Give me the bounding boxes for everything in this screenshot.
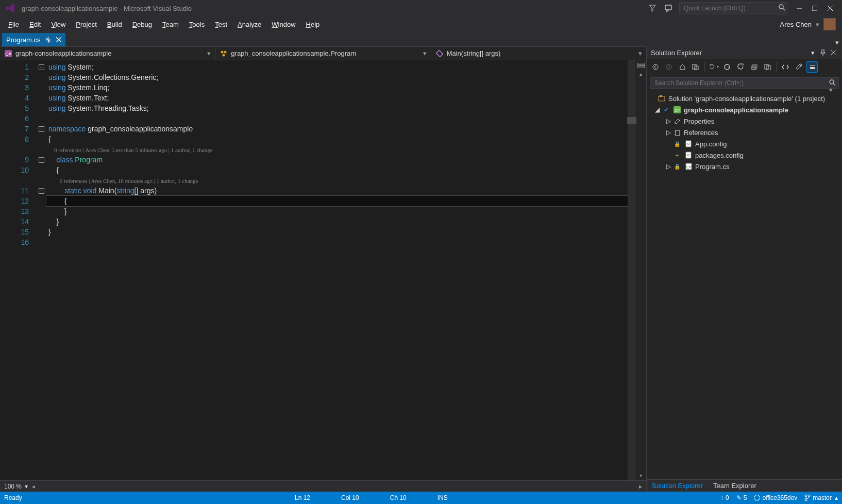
svg-text:C#: C# (5, 52, 11, 57)
references-node[interactable]: ▷ References (647, 127, 842, 138)
forward-icon[interactable] (663, 61, 675, 73)
refresh-icon[interactable] (735, 61, 746, 73)
fold-column: −−−− (36, 60, 46, 480)
quick-launch-input[interactable] (679, 2, 787, 14)
close-icon[interactable] (829, 48, 838, 57)
nav-method-dropdown[interactable]: Main(string[] args) ▾ (431, 47, 646, 60)
zoom-dropdown[interactable]: 100 % ▾ (4, 483, 28, 490)
minimize-button[interactable] (792, 2, 807, 14)
chevron-down-icon: ▾ (816, 21, 819, 28)
home-icon[interactable] (677, 61, 688, 73)
panel-options-chevron-icon[interactable]: ▾ (808, 48, 817, 57)
nav-class-dropdown[interactable]: graph_consoleapplicationsample.Program ▾ (215, 47, 431, 60)
back-icon[interactable] (650, 61, 661, 73)
menu-test[interactable]: Test (210, 19, 232, 30)
feedback-icon[interactable] (663, 2, 675, 14)
project-label: graph-consoleapplicationsample (684, 106, 788, 114)
show-all-files-icon[interactable] (762, 61, 773, 73)
pin-icon[interactable] (818, 48, 828, 57)
menu-debug[interactable]: Debug (127, 19, 157, 30)
nav-class-label: graph_consoleapplicationsample.Program (231, 49, 356, 57)
properties-node[interactable]: ▷ Properties (647, 115, 842, 127)
pin-icon[interactable] (45, 37, 51, 43)
properties-label: Properties (684, 117, 714, 125)
packagesconfig-node[interactable]: + packages.config (647, 149, 842, 161)
maximize-button[interactable] (807, 2, 822, 14)
collapse-icon[interactable]: ◢ (653, 106, 661, 113)
fold-toggle[interactable]: − (39, 126, 44, 132)
fold-toggle[interactable]: − (39, 157, 44, 163)
csharp-file-icon: C# (684, 162, 693, 171)
menu-build[interactable]: Build (102, 19, 127, 30)
view-code-icon[interactable] (780, 61, 791, 73)
repository-button[interactable]: office365dev (754, 494, 797, 501)
line-number-gutter: 12345678910111213141516 (0, 60, 36, 480)
signed-in-user[interactable]: Ares Chen ▾ (777, 18, 839, 30)
publish-button[interactable]: ↑ 0 (720, 494, 729, 501)
sync-icon[interactable] (721, 61, 733, 73)
notifications-filter-icon[interactable] (646, 2, 659, 14)
split-horizontal-icon[interactable] (636, 61, 646, 70)
branch-button[interactable]: master ▴ (804, 494, 838, 501)
tab-solution-explorer[interactable]: Solution Explorer (647, 480, 708, 491)
user-avatar-icon[interactable] (823, 18, 836, 30)
expand-icon[interactable]: ▷ (664, 129, 672, 136)
solution-node[interactable]: Solution 'graph-consoleapplicationsample… (647, 93, 842, 104)
scroll-left-icon[interactable]: ◂ (32, 483, 35, 490)
search-icon[interactable]: ▾ (829, 79, 836, 94)
search-icon[interactable] (778, 4, 785, 11)
status-ins: INS (437, 494, 448, 501)
svg-point-34 (830, 80, 834, 84)
menu-view[interactable]: View (46, 19, 71, 30)
scroll-thumb[interactable] (627, 117, 636, 124)
pending-changes-button[interactable]: ✎ 5 (736, 494, 747, 501)
pending-count: 5 (744, 494, 747, 501)
menu-window[interactable]: Window (266, 19, 300, 30)
close-button[interactable] (822, 2, 838, 14)
expand-icon[interactable]: ▷ (664, 163, 672, 170)
expand-icon[interactable]: ▷ (664, 117, 672, 125)
svg-rect-4 (812, 6, 817, 11)
svg-point-14 (221, 51, 224, 53)
appconfig-node[interactable]: 🔒 App.config (647, 138, 842, 149)
menu-edit[interactable]: Edit (24, 19, 46, 30)
code-text[interactable]: using System;using System.Collections.Ge… (46, 60, 628, 480)
tab-overflow-chevron-icon[interactable]: ▾ (835, 39, 839, 46)
scroll-down-icon[interactable]: ▾ (636, 471, 646, 479)
git-status-icon: ✔ (661, 106, 670, 114)
fold-toggle[interactable]: − (39, 64, 44, 70)
navigation-bar: C# graph-consoleapplicationsample ▾ grap… (0, 47, 646, 60)
scroll-overview[interactable] (628, 60, 635, 480)
fold-toggle[interactable]: − (39, 188, 44, 194)
close-icon[interactable] (56, 37, 61, 42)
tab-program-cs[interactable]: Program.cs (2, 33, 65, 46)
svg-text:C#: C# (686, 165, 691, 169)
programcs-node[interactable]: ▷ 🔒 C# Program.cs (647, 161, 842, 172)
menu-project[interactable]: Project (71, 19, 102, 30)
zoom-level: 100 % (4, 483, 22, 490)
scroll-up-icon[interactable]: ▴ (636, 70, 646, 78)
side-tab-strip: Solution Explorer Team Explorer (647, 479, 842, 492)
project-node[interactable]: ◢ ✔ C# graph-consoleapplicationsample (647, 104, 842, 115)
code-area[interactable]: 12345678910111213141516 −−−− using Syste… (0, 60, 646, 480)
chevron-up-icon: ▴ (835, 494, 838, 501)
menu-team[interactable]: Team (157, 19, 184, 30)
chevron-down-icon: ▾ (25, 483, 28, 490)
svg-rect-32 (810, 67, 815, 69)
document-tabstrip: Program.cs ▾ (0, 32, 842, 46)
menu-analyze[interactable]: Analyze (232, 19, 266, 30)
menu-help[interactable]: Help (301, 19, 325, 30)
svg-rect-33 (810, 65, 815, 66)
menu-file[interactable]: File (3, 19, 24, 30)
nav-project-dropdown[interactable]: C# graph-consoleapplicationsample ▾ (0, 47, 215, 60)
sync-with-active-icon[interactable] (690, 61, 701, 73)
properties-icon[interactable] (793, 61, 804, 73)
collapse-all-icon[interactable] (748, 61, 760, 73)
references-label: References (684, 129, 718, 137)
tab-team-explorer[interactable]: Team Explorer (708, 480, 762, 491)
se-search-input[interactable] (650, 77, 839, 89)
preview-selected-icon[interactable] (806, 61, 818, 73)
menu-tools[interactable]: Tools (184, 19, 210, 30)
pending-changes-filter-icon[interactable]: ▾ (708, 61, 719, 73)
scroll-right-icon[interactable]: ▸ (639, 483, 642, 490)
